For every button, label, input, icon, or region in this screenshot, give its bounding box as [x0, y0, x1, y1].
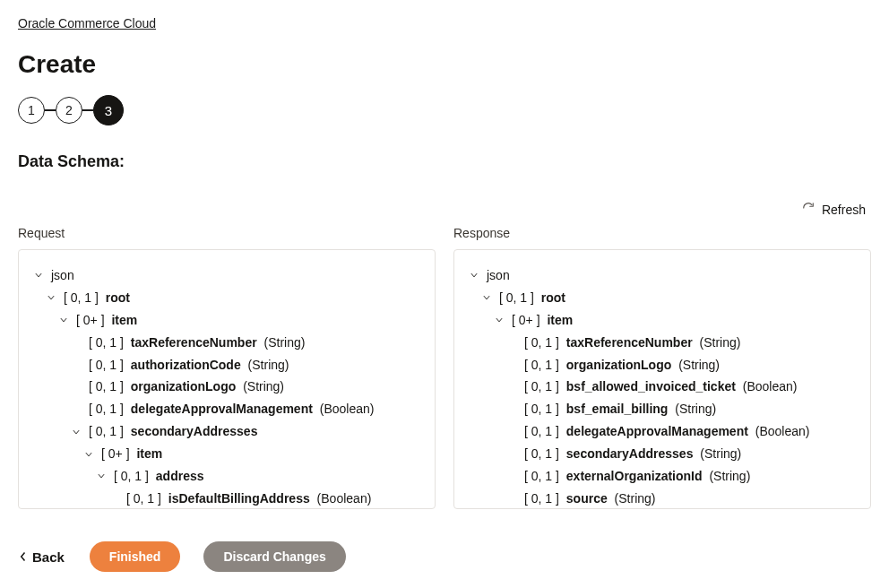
- node-label: [ 0, 1 ] taxReferenceNumber (String): [524, 334, 740, 351]
- step-3[interactable]: 3: [93, 95, 124, 125]
- node-label: [ 0, 1 ] taxReferenceNumber (String): [89, 334, 305, 351]
- tree-node[interactable]: [ 0+ ] item: [31, 443, 422, 465]
- node-label: [ 0, 1 ] authorizationCode (String): [89, 357, 289, 374]
- node-label: [ 0+ ] item: [101, 445, 162, 463]
- chevron-down-icon[interactable]: [44, 290, 58, 305]
- node-label: [ 0, 1 ] delegateApprovalManagement (Boo…: [89, 401, 374, 418]
- refresh-label: Refresh: [822, 203, 866, 217]
- node-label: [ 0, 1 ] bsf_email_billing (String): [524, 401, 716, 418]
- node-label: json: [51, 267, 74, 284]
- tree-node[interactable]: [ 0, 1 ] bsf_allowed_invoiced_ticket (Bo…: [467, 376, 858, 398]
- tree-node[interactable]: [ 0, 1 ] address: [31, 465, 422, 488]
- tree-node[interactable]: [ 0, 1 ] delegateApprovalManagement (Boo…: [467, 420, 858, 443]
- discard-button[interactable]: Discard Changes: [203, 541, 345, 572]
- tree-node[interactable]: [ 0, 1 ] root: [467, 287, 858, 309]
- tree-node[interactable]: [ 0, 1 ] delegateApprovalManagement (Boo…: [31, 398, 422, 420]
- breadcrumb[interactable]: Oracle Commerce Cloud: [18, 16, 871, 30]
- node-label: [ 0, 1 ] organizationLogo (String): [89, 378, 284, 395]
- tree-node[interactable]: [ 0+ ] item: [467, 309, 858, 332]
- tree-node[interactable]: [ 0, 1 ] externalOrganizationId (String): [467, 465, 858, 488]
- tree-node[interactable]: [ 0, 1 ] organizationLogo (String): [31, 376, 422, 398]
- node-label: [ 0, 1 ] root: [499, 290, 565, 307]
- chevron-down-icon[interactable]: [82, 447, 96, 462]
- node-label: [ 0, 1 ] secondaryAddresses (String): [524, 445, 741, 463]
- tree-node[interactable]: [ 0, 1 ] source (String): [467, 488, 858, 509]
- finished-button[interactable]: Finished: [90, 541, 181, 572]
- step-connector: [45, 109, 56, 111]
- stepper: 1 2 3: [18, 95, 871, 125]
- page-title: Create: [18, 50, 871, 79]
- request-tree[interactable]: json[ 0, 1 ] root[ 0+ ] item[ 0, 1 ] tax…: [18, 249, 436, 509]
- chevron-down-icon[interactable]: [94, 469, 108, 483]
- node-label: [ 0+ ] item: [512, 312, 573, 329]
- chevron-down-icon[interactable]: [479, 290, 494, 305]
- response-column: Response json[ 0, 1 ] root[ 0+ ] item[ 0…: [453, 226, 871, 509]
- chevron-down-icon[interactable]: [69, 425, 83, 439]
- tree-node[interactable]: [ 0, 1 ] taxReferenceNumber (String): [467, 332, 858, 354]
- request-column: Request json[ 0, 1 ] root[ 0+ ] item[ 0,…: [18, 226, 436, 509]
- back-button[interactable]: Back: [18, 546, 66, 568]
- node-label: [ 0, 1 ] isDefaultBillingAddress (Boolea…: [126, 490, 371, 507]
- tree-node[interactable]: [ 0, 1 ] secondaryAddresses: [31, 420, 422, 443]
- step-connector: [82, 109, 93, 111]
- chevron-down-icon[interactable]: [467, 268, 481, 282]
- node-label: [ 0, 1 ] delegateApprovalManagement (Boo…: [524, 423, 809, 440]
- refresh-button[interactable]: Refresh: [797, 198, 871, 220]
- node-label: [ 0, 1 ] source (String): [524, 490, 656, 507]
- tree-node[interactable]: [ 0, 1 ] authorizationCode (String): [31, 354, 422, 376]
- node-label: [ 0, 1 ] bsf_allowed_invoiced_ticket (Bo…: [524, 378, 797, 395]
- tree-node[interactable]: json: [31, 264, 422, 287]
- chevron-down-icon[interactable]: [56, 313, 71, 327]
- node-label: [ 0, 1 ] organizationLogo (String): [524, 357, 720, 374]
- tree-node[interactable]: [ 0, 1 ] secondaryAddresses (String): [467, 443, 858, 465]
- node-label: [ 0, 1 ] secondaryAddresses: [89, 423, 257, 440]
- node-label: json: [487, 267, 510, 284]
- node-label: [ 0, 1 ] root: [64, 290, 130, 307]
- tree-node[interactable]: [ 0, 1 ] isDefaultBillingAddress (Boolea…: [31, 488, 422, 509]
- tree-node[interactable]: json: [467, 264, 858, 287]
- step-2[interactable]: 2: [56, 97, 82, 124]
- request-label: Request: [18, 226, 436, 240]
- chevron-down-icon[interactable]: [492, 313, 506, 327]
- back-label: Back: [32, 549, 65, 565]
- chevron-left-icon: [20, 551, 27, 562]
- section-title: Data Schema:: [18, 152, 871, 171]
- tree-node[interactable]: [ 0, 1 ] bsf_email_billing (String): [467, 398, 858, 420]
- node-label: [ 0+ ] item: [76, 312, 137, 329]
- chevron-down-icon[interactable]: [31, 268, 46, 282]
- response-tree[interactable]: json[ 0, 1 ] root[ 0+ ] item[ 0, 1 ] tax…: [453, 249, 871, 509]
- tree-node[interactable]: [ 0+ ] item: [31, 309, 422, 332]
- refresh-icon: [802, 202, 815, 217]
- response-label: Response: [453, 226, 871, 240]
- tree-node[interactable]: [ 0, 1 ] organizationLogo (String): [467, 354, 858, 376]
- tree-node[interactable]: [ 0, 1 ] taxReferenceNumber (String): [31, 332, 422, 354]
- node-label: [ 0, 1 ] address: [114, 468, 204, 485]
- step-1[interactable]: 1: [18, 97, 45, 124]
- tree-node[interactable]: [ 0, 1 ] root: [31, 287, 422, 309]
- node-label: [ 0, 1 ] externalOrganizationId (String): [524, 468, 750, 485]
